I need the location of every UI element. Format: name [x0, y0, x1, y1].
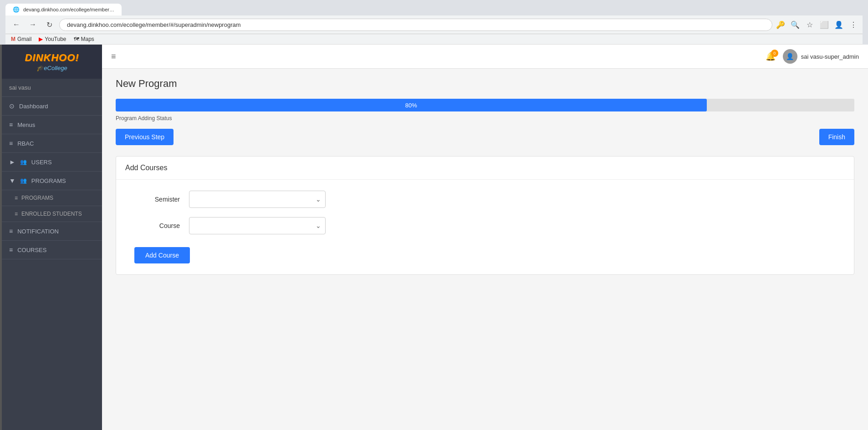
- forward-button[interactable]: →: [26, 18, 39, 31]
- browser-chrome: 🌐 devang.dinkhoo.com/ecollege/member/#/s…: [0, 0, 868, 45]
- add-course-button[interactable]: Add Course: [134, 247, 190, 263]
- form-section: Semister ⌄ Course: [116, 180, 854, 274]
- bookmark-maps[interactable]: 🗺 Maps: [74, 36, 94, 42]
- notification-bell[interactable]: 🔔 0: [766, 51, 776, 61]
- page-title: New Program: [116, 78, 854, 90]
- top-bar: ≡ 🔔 0 👤 sai vasu-super_admin: [102, 45, 868, 69]
- browser-toolbar: ← → ↻ devang.dinkhoo.com/ecollege/member…: [5, 15, 863, 34]
- sidebar-item-users[interactable]: ► 👥 USERS: [2, 153, 102, 172]
- programs-sub-icon: ≡: [15, 195, 18, 201]
- add-courses-title: Add Courses: [116, 157, 854, 180]
- menus-icon: ≡: [9, 121, 13, 128]
- course-label: Course: [134, 222, 180, 229]
- avatar: 👤: [783, 49, 797, 64]
- toolbar-icons: 🔑 🔍 ☆ ⬜ 👤 ⋮: [776, 20, 858, 29]
- zoom-icon[interactable]: 🔍: [791, 20, 800, 29]
- logo-text: DINKHOO!: [9, 52, 95, 64]
- key-icon: 🔑: [776, 20, 785, 29]
- sidebar: DINKHOO! 🎓eCollege sai vasu ⊙ Dashboard …: [2, 45, 102, 430]
- sidebar-item-label: PROGRAMS: [31, 177, 66, 184]
- notification-badge: 0: [771, 50, 778, 57]
- reload-button[interactable]: ↻: [43, 18, 56, 31]
- sidebar-item-menus[interactable]: ≡ Menus: [2, 116, 102, 134]
- sidebar-sub-label: ENROLLED STUDENTS: [21, 211, 82, 217]
- previous-step-button[interactable]: Previous Step: [116, 129, 174, 145]
- profile-icon[interactable]: 👤: [834, 20, 843, 29]
- sidebar-item-programs-parent[interactable]: ▼ 👥 PROGRAMS: [2, 172, 102, 190]
- sidebar-item-rbac[interactable]: ≡ RBAC: [2, 134, 102, 153]
- notification-icon: ≡: [9, 228, 13, 235]
- bookmark-youtube[interactable]: ▶ YouTube: [39, 36, 66, 42]
- add-courses-card: Add Courses Semister ⌄: [116, 156, 854, 275]
- sidebar-user: sai vasu: [2, 79, 102, 97]
- more-icon[interactable]: ⋮: [849, 20, 858, 29]
- programs-icon: 👥: [20, 177, 27, 184]
- rbac-icon: ≡: [9, 140, 13, 147]
- back-button[interactable]: ←: [10, 18, 23, 31]
- dashboard-icon: ⊙: [9, 102, 15, 110]
- sidebar-item-programs[interactable]: ≡ PROGRAMS: [2, 190, 102, 206]
- bookmarks-bar: M Gmail ▶ YouTube 🗺 Maps: [5, 34, 863, 45]
- course-select[interactable]: [189, 217, 326, 234]
- user-label: sai vasu-super_admin: [801, 53, 859, 60]
- sidebar-item-label: Menus: [17, 121, 35, 128]
- progress-percentage: 80%: [405, 102, 417, 109]
- expand-icon: ►: [9, 158, 15, 166]
- browser-tabs: 🌐 devang.dinkhoo.com/ecollege/member/#/s…: [5, 4, 863, 15]
- hamburger-button[interactable]: ≡: [111, 52, 116, 61]
- enrolled-icon: ≡: [15, 211, 18, 217]
- courses-icon: ≡: [9, 246, 13, 253]
- bookmark-star-icon[interactable]: ☆: [805, 20, 814, 29]
- sidebar-sub-label: PROGRAMS: [21, 195, 53, 201]
- top-bar-right: 🔔 0 👤 sai vasu-super_admin: [766, 49, 859, 64]
- url-display: devang.dinkhoo.com/ecollege/member/#/sup…: [67, 21, 241, 28]
- semister-label: Semister: [134, 196, 180, 203]
- progress-bar: 80%: [116, 99, 707, 111]
- bookmark-gmail[interactable]: M Gmail: [11, 36, 31, 42]
- sidebar-item-dashboard[interactable]: ⊙ Dashboard: [2, 97, 102, 116]
- user-info: 👤 sai vasu-super_admin: [783, 49, 859, 64]
- sidebar-item-label: NOTIFICATION: [17, 228, 59, 235]
- progress-container: 80%: [116, 99, 854, 111]
- extension-icon[interactable]: ⬜: [820, 20, 829, 29]
- semister-select-wrapper: ⌄: [189, 191, 326, 208]
- app-container: DINKHOO! 🎓eCollege sai vasu ⊙ Dashboard …: [0, 45, 868, 430]
- sidebar-item-enrolled-students[interactable]: ≡ ENROLLED STUDENTS: [2, 206, 102, 222]
- tab-title: devang.dinkhoo.com/ecollege/member/#/sup…: [23, 7, 114, 12]
- semister-select[interactable]: [189, 191, 326, 208]
- sidebar-item-notification[interactable]: ≡ NOTIFICATION: [2, 222, 102, 241]
- semister-row: Semister ⌄: [134, 191, 836, 208]
- collapse-icon: ▼: [9, 177, 15, 184]
- sidebar-item-courses[interactable]: ≡ COURSES: [2, 241, 102, 259]
- course-select-wrapper: ⌄: [189, 217, 326, 234]
- sidebar-logo: DINKHOO! 🎓eCollege: [2, 45, 102, 79]
- progress-status: Program Adding Status: [116, 115, 854, 121]
- sidebar-item-label: RBAC: [17, 140, 34, 147]
- sidebar-item-label: COURSES: [17, 247, 46, 253]
- users-icon: 👥: [20, 159, 27, 165]
- sidebar-item-label: Dashboard: [19, 103, 48, 110]
- finish-button[interactable]: Finish: [819, 129, 854, 145]
- course-row: Course ⌄: [134, 217, 836, 234]
- browser-tab[interactable]: 🌐 devang.dinkhoo.com/ecollege/member/#/s…: [5, 4, 122, 15]
- sidebar-item-label: USERS: [31, 159, 52, 166]
- address-bar[interactable]: devang.dinkhoo.com/ecollege/member/#/sup…: [59, 19, 772, 31]
- step-buttons: Previous Step Finish: [116, 129, 854, 145]
- logo-sub: 🎓eCollege: [9, 65, 95, 71]
- main-content: ≡ 🔔 0 👤 sai vasu-super_admin New Program…: [102, 45, 868, 430]
- page-content: New Program 80% Program Adding Status Pr…: [102, 69, 868, 430]
